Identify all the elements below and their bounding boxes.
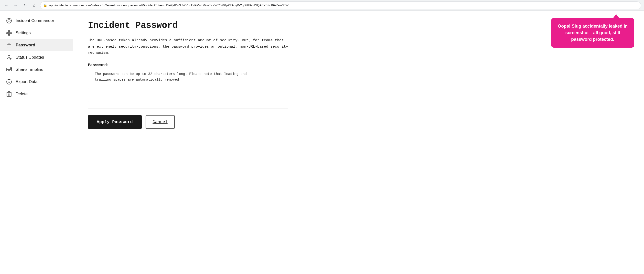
svg-rect-2: [8, 30, 10, 32]
description-text: The URL-based token already provides a s…: [88, 37, 288, 56]
svg-point-8: [8, 56, 10, 58]
export-data-icon: [6, 79, 12, 85]
apply-password-button[interactable]: Apply Password: [88, 115, 142, 129]
delete-icon: [6, 91, 12, 97]
password-hint-line1: The password can be up to 32 characters …: [95, 72, 247, 76]
app-container: Incident Commander Settings: [0, 11, 644, 274]
sidebar-item-password[interactable]: Password ←: [0, 39, 73, 51]
sidebar-item-settings-label: Settings: [16, 30, 30, 36]
back-button[interactable]: ←: [3, 2, 10, 9]
sidebar-item-share-timeline[interactable]: Share Timeline: [0, 64, 73, 76]
page-title: Incident Password: [88, 20, 629, 30]
url-text: app.incident-commander.com/index.cfm?eve…: [49, 4, 291, 7]
tooltip-callout: Oops! Slug accidentally leaked in screen…: [551, 18, 634, 48]
reload-button[interactable]: ↻: [22, 2, 28, 9]
sidebar-item-export-data-label: Export Data: [16, 79, 38, 84]
sidebar-item-share-timeline-label: Share Timeline: [16, 67, 43, 72]
address-bar[interactable]: 🔒 app.incident-commander.com/index.cfm?e…: [40, 2, 641, 9]
cancel-button[interactable]: Cancel: [146, 115, 175, 129]
password-label: Password:: [88, 63, 629, 68]
svg-rect-7: [7, 45, 11, 48]
home-button[interactable]: ⌂: [31, 2, 38, 9]
sidebar-item-incident-commander-label: Incident Commander: [16, 18, 54, 23]
password-hint-line2: trailing spaces are automatically remove…: [95, 78, 181, 82]
sidebar-item-delete[interactable]: Delete: [0, 88, 73, 100]
sidebar-item-delete-label: Delete: [16, 92, 28, 96]
shield-icon: [6, 18, 12, 24]
svg-point-17: [10, 67, 12, 68]
svg-point-1: [8, 20, 10, 22]
sidebar-item-status-updates[interactable]: Status Updates: [0, 51, 73, 64]
password-input[interactable]: [88, 88, 288, 102]
browser-chrome: ← → ↻ ⌂ 🔒 app.incident-commander.com/ind…: [0, 0, 644, 11]
svg-point-6: [8, 32, 10, 34]
status-updates-icon: [6, 54, 12, 60]
svg-rect-5: [10, 32, 12, 34]
sidebar-item-incident-commander[interactable]: Incident Commander: [0, 15, 73, 27]
sidebar-item-settings[interactable]: Settings: [0, 27, 73, 39]
ssl-lock-icon: 🔒: [43, 4, 47, 7]
password-hint: The password can be up to 32 characters …: [88, 71, 629, 83]
section-divider: [88, 108, 288, 108]
main-content: Oops! Slug accidentally leaked in screen…: [73, 11, 644, 274]
svg-rect-4: [6, 32, 8, 34]
sidebar-item-status-updates-label: Status Updates: [16, 55, 44, 60]
sidebar: Incident Commander Settings: [0, 11, 73, 274]
lock-icon: [6, 42, 12, 48]
tooltip-text: Oops! Slug accidentally leaked in screen…: [558, 24, 628, 42]
sidebar-item-export-data[interactable]: Export Data: [0, 76, 73, 88]
button-row: Apply Password Cancel: [88, 115, 629, 129]
share-timeline-icon: [6, 66, 12, 73]
sidebar-item-password-label: Password: [16, 43, 35, 48]
svg-rect-3: [8, 34, 10, 36]
forward-button[interactable]: →: [12, 2, 19, 9]
svg-point-0: [6, 18, 12, 23]
svg-line-11: [10, 58, 11, 59]
settings-icon: [6, 30, 12, 36]
